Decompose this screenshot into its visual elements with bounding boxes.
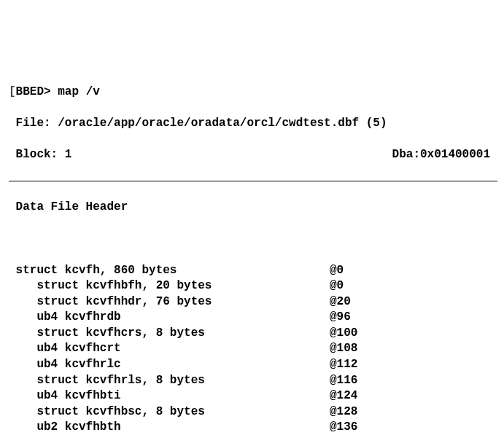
struct-offset: @0 — [330, 278, 344, 294]
struct-text: struct kcvfhbfh, 20 bytes — [9, 279, 212, 292]
prompt-line: [BBED> map /v — [9, 85, 497, 101]
file-line: File: /oracle/app/oracle/oradata/orcl/cw… — [9, 116, 497, 132]
prompt-label: BBED> — [16, 85, 51, 98]
file-path: /oracle/app/oracle/oradata/orcl/cwdtest.… — [58, 117, 387, 130]
struct-offset: @112 — [330, 357, 357, 373]
block-line: Block: 1Dba:0x01400001 — [9, 147, 497, 163]
struct-offset: @100 — [330, 326, 357, 342]
struct-offset: @96 — [330, 310, 351, 326]
struct-row: struct kcvfhrls, 8 bytes@116 — [9, 373, 497, 389]
struct-offset: @116 — [330, 373, 357, 389]
struct-row: struct kcvfh, 860 bytes@0 — [9, 263, 497, 279]
struct-row: ub4 kcvfhrlc@112 — [9, 357, 497, 373]
struct-text: ub4 kcvfhcrt — [9, 342, 121, 355]
struct-row: struct kcvfhbfh, 20 bytes@0 — [9, 278, 497, 294]
struct-offset: @136 — [330, 420, 357, 435]
blank-line — [9, 231, 497, 247]
struct-text: struct kcvfhrls, 8 bytes — [9, 374, 205, 387]
struct-offset: @124 — [330, 388, 357, 404]
struct-text: struct kcvfhhdr, 76 bytes — [9, 295, 212, 308]
command-text: map /v — [51, 85, 100, 98]
struct-text: struct kcvfh, 860 bytes — [9, 264, 177, 277]
struct-offset: @128 — [330, 404, 357, 420]
struct-offset: @108 — [330, 341, 357, 357]
struct-row: ub2 kcvfhbth@136 — [9, 420, 497, 435]
struct-list: struct kcvfh, 860 bytes@0 struct kcvfhbf… — [9, 263, 497, 436]
dba-value: Dba:0x01400001 — [392, 147, 490, 163]
block-label: Block: 1 — [9, 148, 71, 161]
terminal-output: [BBED> map /v File: /oracle/app/oracle/o… — [9, 68, 497, 435]
struct-row: ub4 kcvfhcrt@108 — [9, 341, 497, 357]
struct-row: ub4 kcvfhbti@124 — [9, 388, 497, 404]
file-label: File: — [9, 117, 58, 130]
struct-offset: @0 — [330, 263, 344, 279]
struct-text: struct kcvfhcrs, 8 bytes — [9, 326, 205, 340]
section-header: Data File Header — [9, 200, 497, 216]
struct-row: struct kcvfhhdr, 76 bytes@20 — [9, 294, 497, 310]
divider — [9, 181, 497, 181]
bracket-open: [ — [9, 85, 16, 98]
struct-row: struct kcvfhbsc, 8 bytes@128 — [9, 404, 497, 420]
struct-row: struct kcvfhcrs, 8 bytes@100 — [9, 326, 497, 342]
struct-text: struct kcvfhbsc, 8 bytes — [9, 405, 205, 418]
struct-text: ub4 kcvfhbti — [9, 389, 121, 402]
struct-offset: @20 — [330, 294, 351, 310]
struct-text: ub4 kcvfhrdb — [9, 310, 121, 324]
struct-row: ub4 kcvfhrdb@96 — [9, 310, 497, 326]
struct-text: ub2 kcvfhbth — [9, 420, 121, 434]
struct-text: ub4 kcvfhrlc — [9, 358, 121, 371]
